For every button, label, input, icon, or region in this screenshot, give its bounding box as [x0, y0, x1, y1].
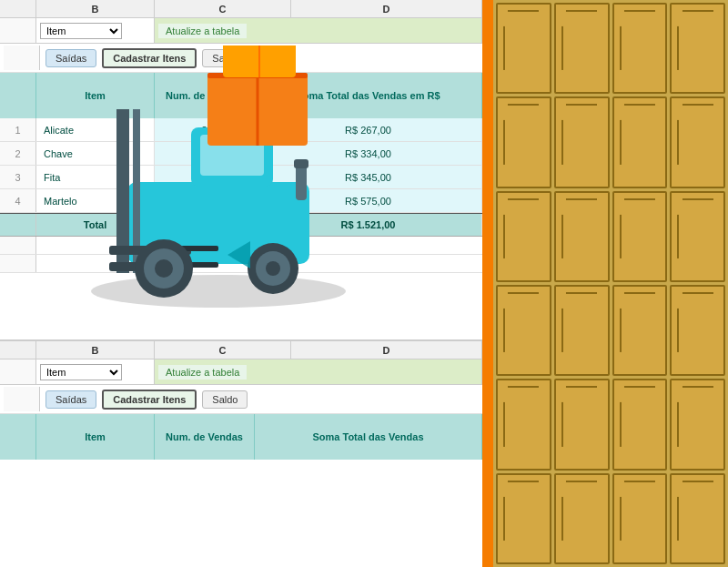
box-item [612, 96, 668, 187]
col-header-b: B [36, 0, 155, 17]
th-num-vendas-bottom: Num. de Vendas [155, 414, 255, 460]
svg-rect-8 [182, 246, 218, 251]
box-item [496, 473, 551, 564]
box-item [496, 379, 551, 470]
box-item [612, 191, 668, 282]
row-num-3: 3 [0, 166, 36, 188]
box-item [554, 191, 610, 282]
column-headers-bottom: B C D [0, 341, 482, 359]
saldo-button-bottom[interactable]: Saldo [202, 390, 248, 409]
box-item [496, 96, 551, 187]
box-item [670, 473, 725, 564]
table-header-bottom: Item Num. de Vendas Soma Total das Venda… [0, 414, 482, 460]
box-item [670, 285, 725, 376]
box-item [612, 285, 668, 376]
col-header-d-bottom: D [291, 341, 482, 359]
col-header-b-bottom: B [36, 341, 155, 359]
row-num-e1 [0, 237, 36, 254]
box-item [554, 96, 610, 187]
col-header-a [0, 0, 36, 17]
buttons-row-bottom: Saídas Cadastrar Itens Saldo [0, 385, 482, 414]
row-num-btns [4, 46, 40, 70]
row-num-th [0, 73, 36, 118]
spreadsheet-bottom: B C D Item Atualize a tabela Saídas Cada… [0, 339, 482, 567]
col-header-c: C [155, 0, 291, 17]
spreadsheet-panel: B C D Item Atualize a tabela Saídas Cada… [0, 0, 482, 567]
box-item [670, 379, 725, 470]
box-item [554, 3, 610, 94]
svg-rect-16 [296, 164, 307, 200]
update-cell-bottom: Atualize a tabela [155, 359, 482, 384]
row-num-total [0, 214, 36, 236]
box-item [496, 191, 551, 282]
box-item [554, 285, 610, 376]
item-dropdown-cell-bottom[interactable]: Item [36, 359, 155, 384]
column-headers: B C D [0, 0, 482, 18]
item-dropdown[interactable]: Item [40, 23, 122, 39]
row-num-1: 1 [0, 118, 36, 141]
svg-point-15 [266, 261, 280, 276]
saidas-button-bottom[interactable]: Saídas [46, 390, 96, 409]
row-num-th-bottom [0, 414, 36, 460]
item-dropdown-bottom[interactable]: Item [40, 364, 122, 380]
svg-point-12 [155, 259, 173, 278]
col-header-c-bottom: C [155, 341, 291, 359]
update-button-bottom[interactable]: Atualize a tabela [158, 365, 247, 380]
th-soma-total-bottom: Soma Total das Vendas [255, 414, 482, 460]
box-item [612, 473, 668, 564]
row-num-dropdown-bottom [0, 359, 36, 384]
dropdown-row: Item Atualize a tabela [0, 18, 482, 44]
svg-point-0 [91, 275, 346, 308]
orange-divider-bar [482, 0, 493, 567]
svg-rect-17 [294, 159, 308, 168]
box-item [612, 379, 668, 470]
th-item-bottom: Item [36, 414, 155, 460]
item-dropdown-cell[interactable]: Item [36, 18, 155, 43]
row-num-e2 [0, 255, 36, 272]
boxes-panel [482, 0, 728, 567]
box-item [670, 3, 725, 94]
row-num-btns-bottom [4, 387, 40, 411]
box-item [670, 191, 725, 282]
box-item [554, 379, 610, 470]
col-header-d: D [291, 0, 482, 17]
cadastrar-button-bottom[interactable]: Cadastrar Itens [102, 390, 197, 410]
box-item [496, 285, 551, 376]
box-item [612, 3, 668, 94]
boxes-grid [493, 0, 728, 567]
update-cell-top: Atualize a tabela [155, 18, 482, 43]
box-item [496, 3, 551, 94]
box-item [670, 96, 725, 187]
col-header-a-bottom [0, 341, 36, 359]
row-num-2: 2 [0, 142, 36, 165]
row-num-4: 4 [0, 189, 36, 212]
dropdown-row-bottom: Item Atualize a tabela [0, 359, 482, 385]
update-button-top[interactable]: Atualize a tabela [158, 24, 247, 38]
row-num-dropdown [0, 18, 36, 43]
box-item [554, 473, 610, 564]
forklift-image [73, 46, 382, 309]
